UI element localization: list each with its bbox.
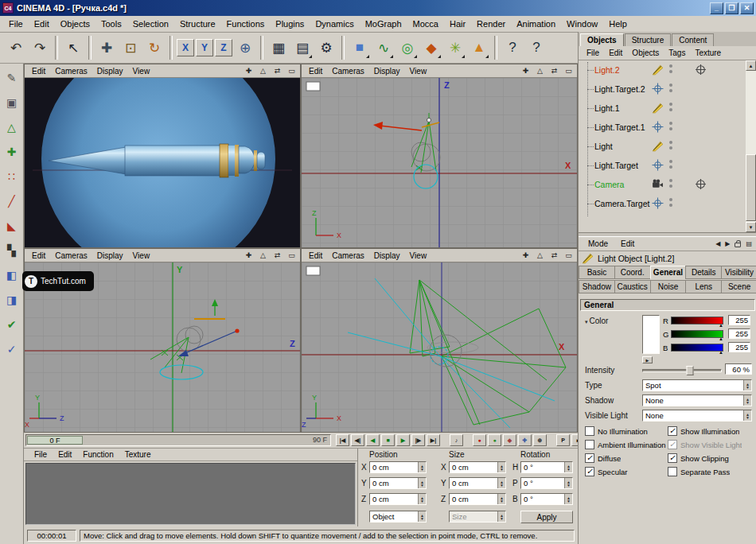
render-picture-viewer-icon[interactable]: ▤ — [291, 36, 314, 60]
viewport-menu-display[interactable]: Display — [92, 67, 128, 76]
viewport-menu-view[interactable]: View — [405, 67, 432, 76]
viewport-maximize-icon[interactable]: ▭ — [563, 251, 575, 261]
shadow-dropdown[interactable]: None▲▼ — [642, 394, 752, 406]
size-mode-dropdown[interactable]: Size▲▼ — [449, 511, 506, 523]
minimize-button[interactable]: _ — [710, 2, 723, 14]
scroll-up-arrow[interactable]: ▲ — [746, 60, 756, 71]
menu-dynamics[interactable]: Dynamics — [310, 17, 359, 30]
green-slider[interactable] — [671, 330, 723, 338]
lock-icon[interactable] — [735, 243, 741, 247]
redo-icon[interactable]: ↷ — [29, 36, 51, 60]
next-key-button[interactable]: |▶ — [411, 434, 425, 446]
record-position-icon[interactable]: ● — [488, 434, 501, 446]
object-name[interactable]: Light.Target — [594, 161, 638, 170]
viewport-menu-edit[interactable]: Edit — [27, 67, 50, 76]
current-frame-marker[interactable]: 0 F — [27, 436, 83, 445]
viewport-menu-display[interactable]: Display — [92, 251, 128, 260]
visibility-dots[interactable] — [669, 198, 672, 209]
dropdown-arrows[interactable]: ▲▼ — [743, 410, 751, 421]
visibility-dots[interactable] — [669, 64, 672, 76]
null-object-icon[interactable] — [652, 159, 664, 171]
intensity-slider-handle[interactable] — [686, 366, 693, 375]
add-mograph-icon[interactable]: ✳ — [444, 36, 466, 60]
visibility-dots[interactable] — [669, 84, 672, 95]
tab-content[interactable]: Content — [672, 33, 714, 46]
viewport-pan-icon[interactable]: ✚ — [243, 251, 255, 261]
object-row-light1[interactable]: Light.1 — [579, 99, 744, 118]
dropdown-arrows[interactable]: ▲▼ — [743, 380, 751, 391]
blue-value[interactable]: 255 — [728, 342, 750, 352]
goto-end-button[interactable]: ▶| — [427, 434, 440, 446]
null-object-icon[interactable] — [652, 121, 664, 133]
red-slider[interactable] — [671, 317, 723, 324]
autokey-button[interactable]: ✚ — [518, 434, 532, 446]
menu-plugins[interactable]: Plugins — [270, 17, 310, 30]
intensity-slider[interactable] — [642, 369, 722, 372]
object-row-light2[interactable]: Light.2 — [579, 60, 744, 80]
viewport-maximize-icon[interactable]: ▭ — [563, 66, 575, 76]
x-axis-lock-button[interactable]: X — [177, 39, 194, 56]
tab-visibility[interactable]: Visibility — [721, 266, 756, 279]
viewport-zoom-icon[interactable]: △ — [257, 251, 269, 261]
edges-mode-icon[interactable]: ╱ — [2, 192, 21, 211]
viewport-maximize-icon[interactable]: ▭ — [286, 251, 298, 261]
move-icon[interactable]: ✚ — [95, 36, 118, 60]
visible-light-dropdown[interactable]: None▲▼ — [642, 410, 752, 422]
menu-mograph[interactable]: MoGraph — [360, 17, 407, 30]
spinner[interactable]: ▲▼ — [564, 462, 572, 472]
camera-object-icon[interactable] — [652, 178, 664, 190]
om-menu-tags[interactable]: Tags — [664, 49, 690, 57]
viewport-rotate-icon[interactable]: ⇄ — [271, 251, 283, 261]
spinner[interactable]: ▲▼ — [418, 462, 426, 472]
workplane-mode-icon[interactable]: △ — [2, 118, 21, 137]
y-axis-lock-button[interactable]: Y — [196, 39, 213, 56]
spinner[interactable]: ▲▼ — [418, 478, 426, 488]
key-question-icon-1[interactable]: ? — [501, 36, 524, 60]
visibility-dots[interactable] — [669, 160, 672, 171]
red-value[interactable]: 255 — [728, 315, 750, 325]
snap-mode-icon-1[interactable]: ◧ — [2, 266, 21, 285]
coordinate-mode-dropdown[interactable]: Object▲▼ — [369, 511, 427, 523]
rot-b-field[interactable]: 0 °▲▼ — [520, 493, 573, 505]
menu-mocca[interactable]: Mocca — [407, 17, 444, 30]
viewport-menu-display[interactable]: Display — [369, 251, 405, 260]
null-object-icon[interactable] — [652, 197, 664, 209]
viewport-pan-icon[interactable]: ✚ — [520, 251, 532, 261]
frame-ruler[interactable]: 0 F 90 F — [25, 434, 331, 446]
viewport-zoom-icon[interactable]: △ — [257, 66, 269, 76]
add-cube-icon[interactable]: ■ — [349, 36, 371, 60]
spinner[interactable]: ▲▼ — [497, 494, 505, 504]
object-name[interactable]: Light.1 — [594, 103, 620, 113]
viewport-menu-view[interactable]: View — [405, 251, 432, 260]
object-name[interactable]: Light.2 — [594, 65, 620, 75]
mm-menu-file[interactable]: File — [29, 450, 53, 459]
render-view-icon[interactable]: ▦ — [267, 36, 290, 60]
make-editable-icon[interactable]: ✎ — [2, 68, 21, 87]
object-row-camera-target[interactable]: Camera.Target — [579, 194, 744, 213]
light-object-icon[interactable] — [652, 102, 664, 114]
tab-structure[interactable]: Structure — [625, 33, 672, 46]
am-menu-mode[interactable]: Mode — [582, 239, 614, 248]
material-list-area[interactable] — [25, 463, 356, 525]
prev-frame-button[interactable]: ◀ — [366, 434, 380, 446]
pos-z-field[interactable]: 0 cm▲▼ — [369, 493, 427, 505]
scrollbar-thumb[interactable] — [746, 154, 756, 221]
target-tag-icon[interactable] — [695, 178, 707, 190]
key-question-icon-2[interactable]: ? — [525, 36, 548, 60]
polygons-mode-icon[interactable]: ◣ — [2, 216, 21, 235]
show-clipping-checkbox[interactable]: ✓ Show Clipping — [668, 453, 750, 463]
texture-mode-icon[interactable]: ▚ — [2, 241, 21, 260]
viewport-menu-cameras[interactable]: Cameras — [327, 251, 369, 260]
tab-caustics[interactable]: Caustics — [614, 280, 651, 293]
front-canvas[interactable]: Z X Z X — [302, 78, 577, 247]
mm-menu-texture[interactable]: Texture — [119, 450, 157, 459]
record-button[interactable]: ● — [473, 434, 486, 446]
play-button[interactable]: ▶ — [396, 434, 410, 446]
hud-button[interactable]: ⊕ — [533, 434, 547, 446]
menu-selection[interactable]: Selection — [127, 17, 174, 30]
tab-coord[interactable]: Coord. — [614, 266, 651, 279]
spinner[interactable]: ▲▼ — [497, 462, 505, 472]
z-axis-lock-button[interactable]: Z — [215, 39, 232, 56]
history-forward-icon[interactable]: ▶ — [725, 240, 730, 247]
dropdown-arrows[interactable]: ▲▼ — [418, 511, 426, 522]
